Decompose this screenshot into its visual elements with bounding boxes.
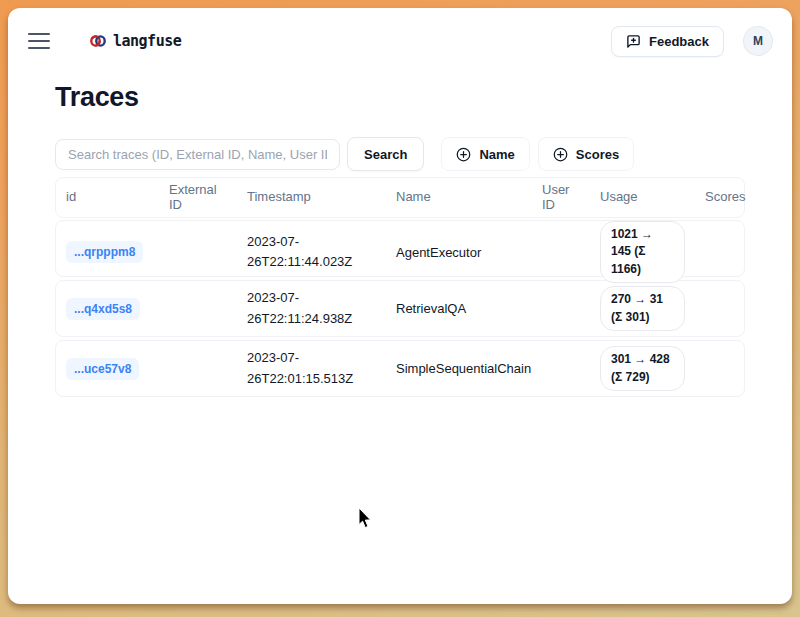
brand-wordmark: langfuse [113,32,181,50]
circle-plus-icon [553,147,568,162]
cell-id: ...uce57v8 [56,341,159,396]
feedback-button-label: Feedback [649,34,709,49]
table-row[interactable]: ...uce57v8 2023-07-26T22:01:15.513Z Simp… [55,340,745,397]
cell-id: ...q4xd5s8 [56,281,159,336]
table-row[interactable]: ...q4xd5s8 2023-07-26T22:11:24.938Z Retr… [55,280,745,337]
main-content: Traces Search Name Scores [8,82,792,397]
filter-name-button[interactable]: Name [441,137,529,171]
circle-plus-icon [456,147,471,162]
traces-table: id External ID Timestamp Name User ID Us… [55,177,745,397]
column-header-scores: Scores [695,178,757,217]
cell-user-id [532,281,590,336]
usage-badge: 301 → 428 (Σ 729) [600,346,685,391]
cell-usage: 301 → 428 (Σ 729) [590,341,695,396]
cell-id: ...qrpppm8 [56,221,159,283]
cell-name: AgentExecutor [386,221,532,283]
trace-id-link[interactable]: ...uce57v8 [66,358,139,380]
column-header-name: Name [386,178,532,217]
page-title: Traces [55,82,753,113]
search-input[interactable] [55,139,340,170]
usage-badge: 1021 → 145 (Σ 1166) [600,221,685,283]
top-navigation-bar: langfuse Feedback M [8,8,792,56]
cell-name: RetrievalQA [386,281,532,336]
search-button[interactable]: Search [347,137,424,171]
cell-user-id [532,221,590,283]
langfuse-logo-icon [90,34,106,48]
usage-badge: 270 → 31 (Σ 301) [600,286,685,331]
cell-external-id [159,341,237,396]
menu-icon[interactable] [28,33,50,49]
filter-scores-button[interactable]: Scores [538,137,634,171]
cell-external-id [159,281,237,336]
langfuse-brand[interactable]: langfuse [90,32,181,50]
filter-name-label: Name [479,147,514,162]
cell-usage: 1021 → 145 (Σ 1166) [590,221,695,283]
cell-name: SimpleSequentialChain [386,341,532,396]
traces-toolbar: Search Name Scores [55,137,753,171]
cell-scores [695,281,744,336]
cell-timestamp: 2023-07-26T22:11:44.023Z [237,221,386,283]
column-header-user-id: User ID [532,178,590,217]
avatar-initial: M [753,34,763,48]
filter-scores-label: Scores [576,147,619,162]
trace-id-link[interactable]: ...qrpppm8 [66,241,143,263]
cell-scores [695,221,744,283]
cell-timestamp: 2023-07-26T22:01:15.513Z [237,341,386,396]
cell-timestamp: 2023-07-26T22:11:24.938Z [237,281,386,336]
table-header-row: id External ID Timestamp Name User ID Us… [55,177,745,218]
column-header-timestamp: Timestamp [237,178,386,217]
cell-usage: 270 → 31 (Σ 301) [590,281,695,336]
feedback-button[interactable]: Feedback [611,26,724,57]
feedback-icon [626,34,641,49]
trace-id-link[interactable]: ...q4xd5s8 [66,298,140,320]
cell-external-id [159,221,237,283]
user-avatar[interactable]: M [744,27,772,55]
column-header-external-id: External ID [159,178,237,217]
cell-scores [695,341,744,396]
app-window: langfuse Feedback M Traces Search [8,8,792,604]
cell-user-id [532,341,590,396]
column-header-id: id [56,178,159,217]
table-row[interactable]: ...qrpppm8 2023-07-26T22:11:44.023Z Agen… [55,220,745,277]
column-header-usage: Usage [590,178,695,217]
